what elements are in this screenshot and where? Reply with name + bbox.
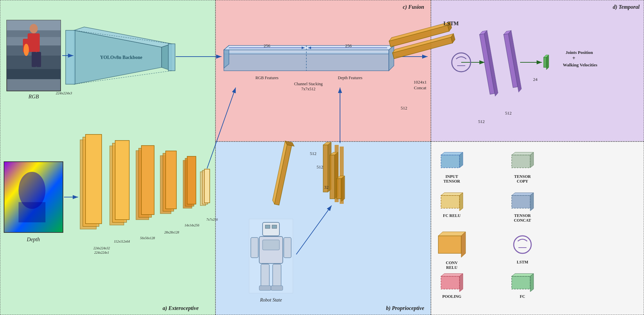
- section-legend: [431, 141, 644, 315]
- section-exteroceptive: [0, 0, 215, 315]
- section-proprioceptive: [215, 141, 431, 315]
- section-fusion: [215, 0, 431, 141]
- section-temporal: [431, 0, 644, 141]
